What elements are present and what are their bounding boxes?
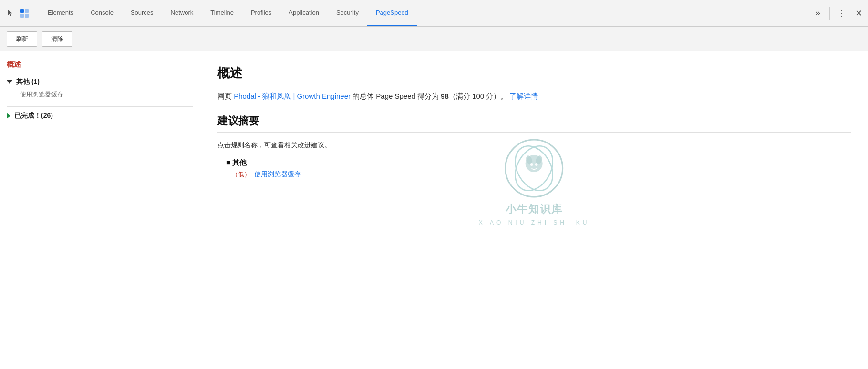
tab-elements[interactable]: Elements — [39, 0, 82, 26]
content-divider — [217, 132, 851, 133]
tab-bar-right: » ⋮ ✕ — [810, 6, 866, 21]
tab-application[interactable]: Application — [280, 0, 328, 26]
inspect-icon[interactable] — [19, 8, 30, 19]
watermark-text: 小牛知识库 — [506, 202, 563, 216]
sidebar-section-done: 已完成！(26) — [7, 112, 193, 120]
svg-rect-2 — [20, 14, 24, 18]
bullet-dot: ■ — [226, 158, 232, 166]
sidebar-section-done-header[interactable]: 已完成！(26) — [7, 112, 193, 120]
cursor-icon[interactable] — [6, 8, 16, 19]
tab-security[interactable]: Security — [328, 0, 367, 26]
close-button[interactable]: ✕ — [851, 6, 866, 21]
sidebar-sub-browser-cache[interactable]: 使用浏览器缓存 — [7, 89, 193, 100]
page-link[interactable]: Phodal - 狼和凤凰 | Growth Engineer — [234, 92, 351, 100]
sidebar-section-other: 其他 (1) 使用浏览器缓存 — [7, 78, 193, 100]
refresh-button[interactable]: 刷新 — [7, 31, 37, 47]
tab-sources[interactable]: Sources — [122, 0, 162, 26]
tab-console[interactable]: Console — [82, 0, 122, 26]
expand-done-icon — [7, 113, 10, 119]
collapse-other-icon — [7, 80, 12, 84]
svg-rect-0 — [20, 9, 24, 13]
tab-pagespeed[interactable]: PageSpeed — [367, 0, 417, 26]
content-title: 概述 — [217, 65, 851, 82]
tab-network[interactable]: Network — [162, 0, 202, 26]
score-value: 98 — [441, 92, 449, 100]
learn-more-link[interactable]: 了解详情 — [509, 92, 538, 100]
tab-profiles[interactable]: Profiles — [242, 0, 280, 26]
devtools-icons — [2, 8, 33, 19]
sidebar-other-label: 其他 (1) — [16, 78, 40, 86]
desc-mid: 的总体 Page Speed 得分为 — [351, 92, 441, 100]
more-tabs-button[interactable]: » — [810, 6, 826, 21]
content-description: 网页 Phodal - 狼和凤凰 | Growth Engineer 的总体 P… — [217, 90, 851, 102]
tab-bar: Elements Console Sources Network Timelin… — [0, 0, 868, 27]
content-hint: 点击规则名称，可查看相关改进建议。 — [217, 141, 851, 150]
toolbar: 刷新 清除 — [0, 27, 868, 51]
watermark-sub: XIAO NIU ZHI SHI KU — [479, 219, 590, 226]
bullet-cache-link[interactable]: 使用浏览器缓存 — [254, 170, 301, 178]
menu-button[interactable]: ⋮ — [834, 6, 849, 21]
watermark: 小牛知识库 XIAO NIU ZHI SHI KU — [479, 137, 590, 226]
clear-button[interactable]: 清除 — [42, 31, 72, 47]
svg-rect-3 — [25, 14, 29, 18]
content-panel: 小牛知识库 XIAO NIU ZHI SHI KU 概述 网页 Phodal -… — [200, 51, 868, 369]
sidebar-divider-1 — [7, 106, 193, 107]
sidebar-section-other-header[interactable]: 其他 (1) — [7, 78, 193, 86]
bullet-item-other-title: ■ 其他 — [226, 158, 851, 167]
sidebar-overview-title[interactable]: 概述 — [7, 60, 193, 69]
main-layout: 概述 其他 (1) 使用浏览器缓存 已完成！(26) — [0, 51, 868, 369]
bullet-other-label: 其他 — [232, 158, 247, 166]
low-badge: （低） — [232, 171, 250, 178]
content-subtitle: 建议摘要 — [217, 114, 851, 128]
svg-rect-1 — [25, 9, 29, 13]
bullet-section: ■ 其他 （低） 使用浏览器缓存 — [226, 158, 851, 179]
sidebar: 概述 其他 (1) 使用浏览器缓存 已完成！(26) — [0, 51, 200, 369]
desc-pre: 网页 — [217, 92, 234, 100]
sidebar-done-label: 已完成！(26) — [14, 112, 53, 120]
desc-post: （满分 100 分）。 — [449, 92, 507, 100]
bullet-item-cache: （低） 使用浏览器缓存 — [232, 170, 851, 179]
tab-timeline[interactable]: Timeline — [202, 0, 242, 26]
divider — [829, 7, 830, 20]
